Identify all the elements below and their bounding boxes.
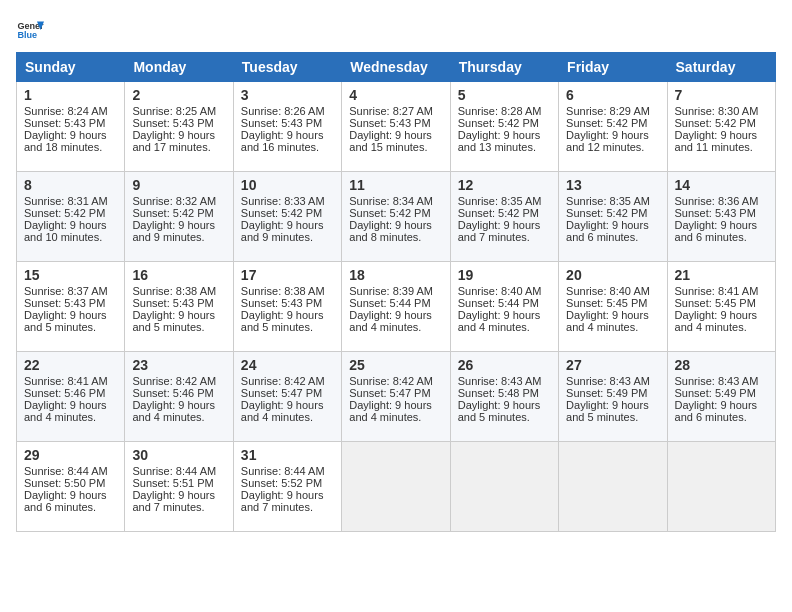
day-number: 28 (675, 357, 768, 373)
calendar-header-sunday: Sunday (17, 53, 125, 82)
daylight-label: Daylight: 9 hours and 4 minutes. (349, 309, 432, 333)
sunset-label: Sunset: 5:46 PM (132, 387, 213, 399)
calendar-cell: 23 Sunrise: 8:42 AM Sunset: 5:46 PM Dayl… (125, 352, 233, 442)
sunset-label: Sunset: 5:44 PM (349, 297, 430, 309)
daylight-label: Daylight: 9 hours and 8 minutes. (349, 219, 432, 243)
calendar-cell: 10 Sunrise: 8:33 AM Sunset: 5:42 PM Dayl… (233, 172, 341, 262)
sunrise-label: Sunrise: 8:41 AM (24, 375, 108, 387)
sunrise-label: Sunrise: 8:26 AM (241, 105, 325, 117)
sunrise-label: Sunrise: 8:37 AM (24, 285, 108, 297)
calendar-cell: 14 Sunrise: 8:36 AM Sunset: 5:43 PM Dayl… (667, 172, 775, 262)
calendar-cell (450, 442, 558, 532)
sunrise-label: Sunrise: 8:34 AM (349, 195, 433, 207)
day-number: 27 (566, 357, 659, 373)
day-number: 30 (132, 447, 225, 463)
sunset-label: Sunset: 5:42 PM (241, 207, 322, 219)
sunset-label: Sunset: 5:43 PM (132, 297, 213, 309)
calendar-cell: 16 Sunrise: 8:38 AM Sunset: 5:43 PM Dayl… (125, 262, 233, 352)
sunset-label: Sunset: 5:46 PM (24, 387, 105, 399)
calendar-header-saturday: Saturday (667, 53, 775, 82)
daylight-label: Daylight: 9 hours and 4 minutes. (675, 309, 758, 333)
sunset-label: Sunset: 5:42 PM (566, 207, 647, 219)
daylight-label: Daylight: 9 hours and 17 minutes. (132, 129, 215, 153)
sunset-label: Sunset: 5:42 PM (349, 207, 430, 219)
sunset-label: Sunset: 5:42 PM (24, 207, 105, 219)
sunset-label: Sunset: 5:43 PM (24, 117, 105, 129)
calendar-cell (667, 442, 775, 532)
day-number: 7 (675, 87, 768, 103)
sunset-label: Sunset: 5:42 PM (458, 207, 539, 219)
calendar-header-monday: Monday (125, 53, 233, 82)
day-number: 21 (675, 267, 768, 283)
day-number: 26 (458, 357, 551, 373)
daylight-label: Daylight: 9 hours and 7 minutes. (241, 489, 324, 513)
daylight-label: Daylight: 9 hours and 9 minutes. (241, 219, 324, 243)
daylight-label: Daylight: 9 hours and 4 minutes. (132, 399, 215, 423)
sunrise-label: Sunrise: 8:30 AM (675, 105, 759, 117)
day-number: 25 (349, 357, 442, 373)
sunrise-label: Sunrise: 8:43 AM (566, 375, 650, 387)
calendar-cell: 3 Sunrise: 8:26 AM Sunset: 5:43 PM Dayli… (233, 82, 341, 172)
day-number: 10 (241, 177, 334, 193)
calendar-header-wednesday: Wednesday (342, 53, 450, 82)
sunset-label: Sunset: 5:49 PM (566, 387, 647, 399)
day-number: 1 (24, 87, 117, 103)
calendar-cell: 2 Sunrise: 8:25 AM Sunset: 5:43 PM Dayli… (125, 82, 233, 172)
daylight-label: Daylight: 9 hours and 16 minutes. (241, 129, 324, 153)
sunrise-label: Sunrise: 8:29 AM (566, 105, 650, 117)
sunrise-label: Sunrise: 8:35 AM (458, 195, 542, 207)
daylight-label: Daylight: 9 hours and 6 minutes. (24, 489, 107, 513)
day-number: 14 (675, 177, 768, 193)
calendar-cell: 24 Sunrise: 8:42 AM Sunset: 5:47 PM Dayl… (233, 352, 341, 442)
calendar-cell: 1 Sunrise: 8:24 AM Sunset: 5:43 PM Dayli… (17, 82, 125, 172)
calendar-cell: 28 Sunrise: 8:43 AM Sunset: 5:49 PM Dayl… (667, 352, 775, 442)
day-number: 4 (349, 87, 442, 103)
sunset-label: Sunset: 5:42 PM (132, 207, 213, 219)
svg-text:Blue: Blue (17, 30, 37, 40)
sunset-label: Sunset: 5:47 PM (349, 387, 430, 399)
sunrise-label: Sunrise: 8:28 AM (458, 105, 542, 117)
calendar-cell: 19 Sunrise: 8:40 AM Sunset: 5:44 PM Dayl… (450, 262, 558, 352)
day-number: 22 (24, 357, 117, 373)
day-number: 5 (458, 87, 551, 103)
daylight-label: Daylight: 9 hours and 5 minutes. (241, 309, 324, 333)
calendar-header-thursday: Thursday (450, 53, 558, 82)
daylight-label: Daylight: 9 hours and 13 minutes. (458, 129, 541, 153)
calendar-week-4: 22 Sunrise: 8:41 AM Sunset: 5:46 PM Dayl… (17, 352, 776, 442)
day-number: 15 (24, 267, 117, 283)
day-number: 3 (241, 87, 334, 103)
daylight-label: Daylight: 9 hours and 15 minutes. (349, 129, 432, 153)
sunset-label: Sunset: 5:45 PM (566, 297, 647, 309)
calendar-cell (342, 442, 450, 532)
sunrise-label: Sunrise: 8:36 AM (675, 195, 759, 207)
sunset-label: Sunset: 5:43 PM (349, 117, 430, 129)
calendar-cell: 13 Sunrise: 8:35 AM Sunset: 5:42 PM Dayl… (559, 172, 667, 262)
sunrise-label: Sunrise: 8:42 AM (132, 375, 216, 387)
daylight-label: Daylight: 9 hours and 5 minutes. (458, 399, 541, 423)
sunrise-label: Sunrise: 8:40 AM (566, 285, 650, 297)
logo: General Blue (16, 16, 44, 44)
sunrise-label: Sunrise: 8:43 AM (675, 375, 759, 387)
daylight-label: Daylight: 9 hours and 10 minutes. (24, 219, 107, 243)
calendar-cell (559, 442, 667, 532)
daylight-label: Daylight: 9 hours and 7 minutes. (458, 219, 541, 243)
calendar-header-friday: Friday (559, 53, 667, 82)
day-number: 2 (132, 87, 225, 103)
sunrise-label: Sunrise: 8:33 AM (241, 195, 325, 207)
calendar-cell: 9 Sunrise: 8:32 AM Sunset: 5:42 PM Dayli… (125, 172, 233, 262)
sunrise-label: Sunrise: 8:27 AM (349, 105, 433, 117)
sunrise-label: Sunrise: 8:41 AM (675, 285, 759, 297)
sunrise-label: Sunrise: 8:42 AM (349, 375, 433, 387)
daylight-label: Daylight: 9 hours and 18 minutes. (24, 129, 107, 153)
day-number: 11 (349, 177, 442, 193)
sunrise-label: Sunrise: 8:35 AM (566, 195, 650, 207)
day-number: 17 (241, 267, 334, 283)
daylight-label: Daylight: 9 hours and 9 minutes. (132, 219, 215, 243)
calendar-cell: 6 Sunrise: 8:29 AM Sunset: 5:42 PM Dayli… (559, 82, 667, 172)
day-number: 12 (458, 177, 551, 193)
day-number: 19 (458, 267, 551, 283)
day-number: 18 (349, 267, 442, 283)
day-number: 16 (132, 267, 225, 283)
daylight-label: Daylight: 9 hours and 5 minutes. (24, 309, 107, 333)
day-number: 6 (566, 87, 659, 103)
